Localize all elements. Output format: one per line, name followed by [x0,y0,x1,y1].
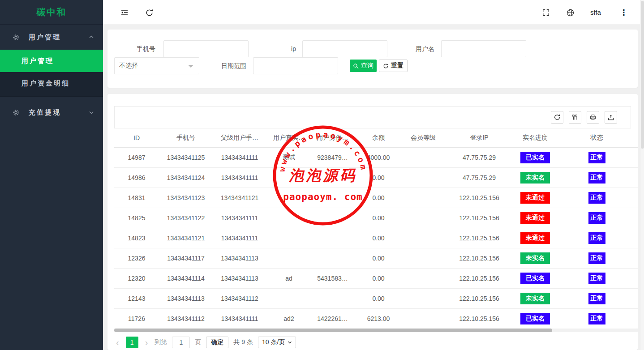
table-print-button[interactable] [587,111,599,124]
goto-page-input[interactable] [172,337,190,348]
sidebar-group-recharge-withdraw[interactable]: 充值提现 [0,100,103,125]
goto-confirm-button[interactable]: 确定 [206,337,228,348]
cell-login-ip: 122.10.25.156 [443,188,515,208]
cell-idcard [311,188,354,208]
dropdown-arrow-icon [188,65,193,68]
verify-badge: 未通过 [520,212,550,224]
collapse-sidebar-icon[interactable] [118,6,131,19]
reset-button[interactable]: 重置 [379,60,408,72]
cell-login-ip: 122.10.25.156 [443,269,515,288]
cell-idcard [311,168,354,188]
table-row[interactable]: 12143 13434341113 13434341112 0.00 122.1… [114,289,638,309]
cell-balance: 0.00 [354,168,403,188]
col-header-verify-progress: 实名进度 [515,128,555,147]
cell-balance: 0.00 [354,188,403,208]
ip-label: ip [278,40,296,57]
sidebar-item-user-funds-detail[interactable]: 用户资金明细 [0,72,103,94]
search-icon [353,63,359,69]
sidebar-group-label: 用户管理 [29,33,61,42]
username-input[interactable] [441,40,526,57]
sidebar-group-user-management[interactable]: 用户管理 [0,25,103,50]
table-toolbar [114,106,631,128]
cell-id: 14831 [114,188,159,208]
refresh-icon [554,114,561,121]
cell-realname: ad2 [266,309,311,329]
username-label: 用户名 [403,40,434,57]
cell-level [403,148,443,167]
sidebar-item-label: 用户管理 [21,57,54,65]
cell-login-ip: 122.10.25.156 [443,248,515,268]
cell-phone: 13434341125 [159,148,213,167]
sidebar-item-user-management[interactable]: 用户管理 [0,50,103,72]
prev-page-button[interactable]: ‹ [114,337,121,348]
cell-realname [266,289,311,308]
ip-input[interactable] [302,40,387,57]
date-range-input[interactable] [253,57,338,74]
cell-phone: 13434341122 [159,208,213,228]
cell-realname: ad [266,269,311,288]
table-refresh-button[interactable] [551,111,563,124]
verify-badge: 已实名 [520,313,550,324]
vertical-scrollbar-thumb[interactable] [641,1,644,149]
verify-badge: 未实名 [520,252,550,264]
cell-id: 11726 [114,309,159,329]
table-row[interactable]: 12326 13434341117 13434341113 0.00 122.1… [114,248,638,269]
table-row[interactable]: 12320 13434341114 13434341113 ad 5431583… [114,269,638,289]
cell-phone: 13434341113 [159,289,213,308]
cell-realname [266,228,311,248]
phone-input[interactable] [163,40,249,57]
cell-phone: 13434341121 [159,228,213,248]
horizontal-scrollbar-thumb[interactable] [114,329,552,332]
phone-label: 手机号 [129,40,155,57]
language-globe-icon[interactable] [564,6,576,19]
cell-id: 14825 [114,208,159,228]
cell-level [403,269,443,288]
cell-phone: 13434341117 [159,248,213,268]
cell-idcard [311,248,354,268]
cell-parent-phone: 13434341111 [213,228,266,248]
total-count-label: 共 9 条 [233,338,253,346]
chevron-up-icon [89,34,94,40]
status-badge: 正常 [588,192,605,204]
cell-level [403,188,443,208]
current-page-button[interactable]: 1 [126,337,138,348]
page-size-select[interactable]: 10 条/页 [258,337,296,348]
type-select[interactable]: 不选择 [114,57,199,74]
col-header-parent-phone: 父级用户手… [213,128,266,147]
cell-level [403,228,443,248]
verify-badge: 未实名 [520,172,550,184]
goto-suffix-label: 页 [195,338,201,346]
horizontal-scrollbar[interactable] [114,329,638,332]
status-badge: 正常 [588,273,605,284]
table-row[interactable]: 14831 13434341123 13434341121 0.00 122.1… [114,188,638,208]
app-logo: 碳中和 [0,0,103,25]
cell-id: 14823 [114,228,159,248]
cell-balance: 0.00 [354,269,403,288]
table-row[interactable]: 14823 13434341121 13434341111 0.00 122.1… [114,228,638,248]
table-columns-filter-button[interactable] [569,111,581,124]
search-button[interactable]: 查询 [350,60,377,72]
cell-idcard [311,289,354,308]
verify-badge: 未实名 [520,293,550,304]
username[interactable]: sffa [590,0,601,25]
next-page-button[interactable]: › [143,337,150,348]
cell-idcard [311,228,354,248]
table-row[interactable]: 14986 13434341124 13434341111 0.00 47.75… [114,168,638,188]
more-menu-icon[interactable]: ⋮ [618,6,630,19]
table-export-button[interactable] [605,111,617,124]
cell-parent-phone: 13434341113 [213,248,266,268]
vertical-scrollbar[interactable] [640,0,644,350]
table-row[interactable]: 14987 13434341125 13434341111 测试 9238479… [114,148,638,168]
cell-realname [266,248,311,268]
table-header-row: ID 手机号 父级用户手… 用户真实… 用户身份… 余额 会员等级 登录IP 实… [114,128,638,148]
cell-idcard: 5431583… [311,269,354,288]
refresh-page-icon[interactable] [143,6,155,19]
table-row[interactable]: 14825 13434341122 13434341111 0.00 122.1… [114,208,638,228]
table-row[interactable]: 11726 13434341112 13434341111 ad2 142226… [114,309,638,329]
cell-parent-phone: 13434341111 [213,208,266,228]
cell-login-ip: 122.10.25.156 [443,289,515,308]
verify-badge: 已实名 [520,273,550,284]
cell-id: 12320 [114,269,159,288]
col-header-id: ID [114,128,159,147]
fullscreen-icon[interactable] [540,6,552,19]
